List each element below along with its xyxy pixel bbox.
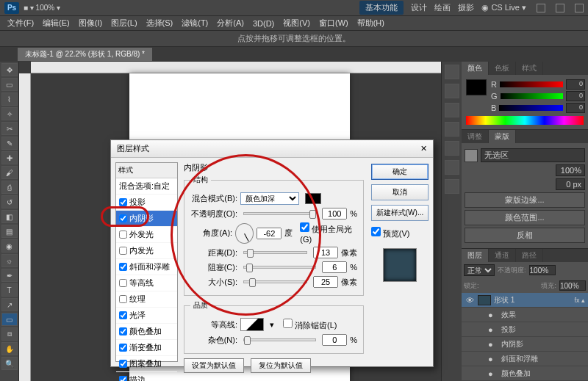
3d-tool[interactable]: ⧈ bbox=[1, 327, 18, 341]
side-icon[interactable] bbox=[445, 160, 459, 175]
dialog-close-icon[interactable]: ✕ bbox=[420, 144, 427, 153]
eraser-tool[interactable]: ◧ bbox=[1, 210, 18, 223]
opacity-slider[interactable] bbox=[243, 212, 316, 215]
slider-b[interactable] bbox=[499, 105, 563, 111]
noise-input[interactable] bbox=[322, 334, 347, 346]
workspace-basic[interactable]: 基本功能 bbox=[359, 1, 404, 15]
side-icon[interactable] bbox=[445, 179, 459, 194]
heal-tool[interactable]: ✚ bbox=[1, 151, 18, 164]
style-item-图案叠加[interactable]: 图案叠加 bbox=[116, 356, 177, 372]
menu-view[interactable]: 视图(V) bbox=[280, 16, 313, 30]
opacity-input[interactable] bbox=[322, 208, 347, 219]
blend-mode-select[interactable]: 颜色加深 bbox=[240, 192, 299, 205]
eyedrop-tool[interactable]: ✎ bbox=[1, 137, 18, 150]
window-max-icon[interactable] bbox=[556, 4, 564, 12]
shape-tool[interactable]: ▭ bbox=[1, 313, 18, 326]
val-r[interactable]: 0 bbox=[566, 79, 585, 90]
style-item-光泽[interactable]: 光泽 bbox=[116, 308, 177, 324]
fg-swatch[interactable] bbox=[466, 79, 487, 95]
dodge-tool[interactable]: ☼ bbox=[1, 254, 18, 267]
menu-select[interactable]: 选择(S) bbox=[143, 16, 176, 30]
btn-invert[interactable]: 反相 bbox=[465, 228, 585, 243]
contour-picker[interactable] bbox=[240, 318, 264, 331]
hue-bar[interactable] bbox=[466, 116, 584, 125]
layer-fill[interactable] bbox=[559, 280, 586, 291]
angle-dial[interactable] bbox=[235, 223, 254, 244]
noise-slider[interactable] bbox=[243, 338, 316, 341]
move-tool[interactable]: ✥ bbox=[1, 63, 18, 76]
workspace-design[interactable]: 设计 bbox=[411, 2, 427, 13]
size-input[interactable] bbox=[313, 276, 338, 288]
make-default-button[interactable]: 设置为默认值 bbox=[184, 358, 244, 373]
tab-swatches[interactable]: 色板 bbox=[489, 62, 516, 75]
side-icon[interactable] bbox=[445, 103, 459, 117]
document-tab[interactable]: 未标题-1 @ 22.2% (形状 1, RGB/8) * bbox=[18, 48, 152, 61]
choke-input[interactable] bbox=[322, 261, 347, 273]
val-b[interactable]: 0 bbox=[566, 103, 585, 113]
side-icon[interactable] bbox=[445, 141, 459, 156]
brush-tool[interactable]: 🖌 bbox=[1, 166, 18, 179]
angle-input[interactable] bbox=[257, 228, 282, 239]
menu-filter[interactable]: 滤镜(T) bbox=[179, 16, 211, 30]
distance-input[interactable] bbox=[313, 247, 338, 258]
gradient-tool[interactable]: ▤ bbox=[1, 225, 18, 238]
pen-tool[interactable]: ✒ bbox=[1, 269, 18, 282]
crop-tool[interactable]: ✂ bbox=[1, 122, 18, 135]
style-item-纹理[interactable]: 纹理 bbox=[116, 291, 177, 308]
shadow-color[interactable] bbox=[305, 193, 321, 204]
preview-check[interactable]: 预览(V) bbox=[371, 227, 429, 239]
menu-edit[interactable]: 编辑(E) bbox=[40, 16, 73, 30]
workspace-photo[interactable]: 摄影 bbox=[458, 2, 474, 13]
layer-row[interactable]: ●颜色叠加 bbox=[462, 366, 588, 381]
mask-opacity[interactable]: 100% bbox=[556, 164, 585, 176]
choke-slider[interactable] bbox=[243, 266, 316, 269]
menu-3d[interactable]: 3D(D) bbox=[250, 18, 277, 29]
slider-r[interactable] bbox=[500, 81, 563, 87]
zoom-tool[interactable]: 🔍 bbox=[1, 357, 18, 370]
global-light[interactable]: 使用全局光(G) bbox=[300, 222, 357, 244]
tab-color[interactable]: 颜色 bbox=[462, 62, 489, 75]
style-item-外发光[interactable]: 外发光 bbox=[116, 227, 177, 243]
reset-default-button[interactable]: 复位为默认值 bbox=[251, 358, 311, 373]
menu-help[interactable]: 帮助(H) bbox=[354, 16, 387, 30]
style-item-斜面和浮雕[interactable]: 斜面和浮雕 bbox=[116, 259, 177, 275]
workspace-paint[interactable]: 绘画 bbox=[434, 2, 451, 13]
distance-slider[interactable] bbox=[243, 251, 307, 254]
cslive[interactable]: ◉ CS Live ▾ bbox=[481, 3, 526, 12]
anti-alias[interactable]: 消除锯齿(L) bbox=[283, 319, 337, 331]
menu-image[interactable]: 图像(I) bbox=[76, 16, 105, 30]
marquee-tool[interactable]: ▭ bbox=[1, 78, 18, 91]
side-icon[interactable] bbox=[445, 65, 459, 79]
btn-mask-edge[interactable]: 蒙版边缘... bbox=[465, 192, 585, 208]
layer-row[interactable]: ●斜面和浮雕 bbox=[462, 352, 588, 366]
ok-button[interactable]: 确定 bbox=[371, 164, 429, 180]
menu-layer[interactable]: 图层(L) bbox=[108, 16, 140, 30]
style-item-内发光[interactable]: 内发光 bbox=[116, 243, 177, 259]
style-item-内阴影[interactable]: 内阴影 bbox=[116, 211, 177, 227]
window-min-icon[interactable] bbox=[537, 4, 545, 12]
slider-g[interactable] bbox=[501, 93, 563, 99]
blend-options[interactable]: 混合选项:自定 bbox=[116, 178, 177, 195]
tab-styles[interactable]: 样式 bbox=[516, 62, 543, 75]
layer-row[interactable]: ●投影 bbox=[462, 322, 588, 337]
window-close-icon[interactable] bbox=[575, 4, 584, 12]
style-item-描边[interactable]: 描边 bbox=[116, 372, 177, 381]
layer-row[interactable]: 👁形状 1fx ▴ bbox=[462, 293, 588, 308]
side-icon[interactable] bbox=[445, 122, 459, 137]
stamp-tool[interactable]: ⎙ bbox=[1, 181, 18, 194]
history-tool[interactable]: ↺ bbox=[1, 195, 18, 208]
cancel-button[interactable]: 取消 bbox=[371, 184, 429, 200]
side-icon[interactable] bbox=[445, 84, 459, 98]
style-item-投影[interactable]: 投影 bbox=[116, 195, 177, 211]
style-item-颜色叠加[interactable]: 颜色叠加 bbox=[116, 324, 177, 340]
layer-opacity[interactable] bbox=[529, 265, 556, 275]
blend-mode[interactable]: 正常 bbox=[464, 264, 495, 276]
layer-row[interactable]: ●内阴影 bbox=[462, 337, 588, 352]
menu-window[interactable]: 窗口(W) bbox=[316, 16, 351, 30]
wand-tool[interactable]: ✧ bbox=[1, 107, 18, 120]
style-item-渐变叠加[interactable]: 渐变叠加 bbox=[116, 340, 177, 356]
tab-channels[interactable]: 通道 bbox=[489, 249, 516, 262]
mask-feather[interactable]: 0 px bbox=[556, 178, 585, 190]
layer-row[interactable]: ●效果 bbox=[462, 308, 588, 322]
size-slider[interactable] bbox=[243, 280, 307, 283]
